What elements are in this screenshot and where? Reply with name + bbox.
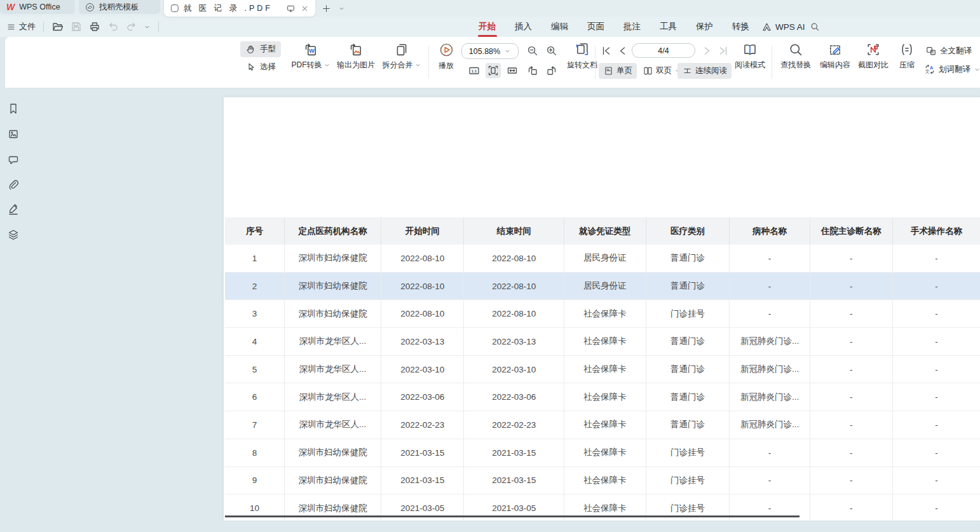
fit-width-button[interactable] (505, 63, 520, 78)
table-cell: 深圳市妇幼保健院 (285, 439, 381, 467)
table-cell: 2022-03-10 (381, 355, 464, 383)
comments-panel-icon[interactable] (7, 153, 20, 166)
menu-item-0[interactable]: 开始 (469, 17, 505, 37)
close-tab-icon[interactable] (301, 4, 309, 13)
continuous-reading-button[interactable]: 连续阅读 (677, 63, 732, 79)
table-row: 4深圳市龙华区人...2022-03-132022-03-13社会保障卡普通门诊… (225, 328, 980, 356)
table-cell: 居民身份证 (564, 245, 646, 272)
table-cell: - (892, 494, 980, 522)
select-tool-button[interactable]: 选择 (240, 59, 281, 75)
table-header-cell: 手术操作名称 (892, 217, 980, 245)
next-page-button[interactable] (699, 43, 714, 58)
menu-item-6[interactable]: 保护 (686, 17, 723, 37)
menu-search-button[interactable] (803, 17, 826, 37)
tab-label: WPS Office (19, 3, 60, 11)
menu-item-5[interactable]: 工具 (650, 17, 686, 37)
chevron-down-icon (974, 66, 980, 73)
double-page-icon (643, 65, 653, 76)
open-file-icon[interactable] (51, 20, 64, 33)
word-translate-button[interactable]: A 文 划词翻译 (924, 64, 980, 75)
plus-icon (322, 4, 331, 13)
print-icon[interactable] (88, 20, 101, 33)
table-cell: - (810, 328, 892, 356)
table-cell: 2021-03-15 (464, 439, 564, 467)
layers-panel-icon[interactable] (7, 228, 20, 241)
tab-docer-templates[interactable]: 找稻壳模板 (79, 0, 160, 14)
new-tab-button[interactable] (319, 1, 333, 15)
edit-content-button[interactable]: 编辑内容 (815, 42, 855, 71)
table-header-cell: 结束时间 (464, 217, 564, 245)
signature-panel-icon[interactable] (7, 203, 20, 215)
fit-page-button[interactable] (486, 63, 501, 78)
table-cell: 门诊挂号 (646, 494, 730, 522)
first-page-button[interactable] (599, 43, 614, 58)
table-cell: 社会保障卡 (564, 383, 646, 411)
word-translate-label: 划词翻译 (939, 64, 970, 75)
table-cell: 4 (225, 328, 285, 356)
fulltext-translate-label: 全文翻译 (940, 46, 972, 57)
zoom-level-value: 105.88% (469, 47, 500, 56)
svg-text:P: P (173, 6, 176, 11)
table-cell: 深圳市妇幼保健院 (285, 467, 381, 494)
table-cell: 深圳市妇幼保健院 (285, 272, 381, 300)
document-workspace: 序号定点医药机构名称开始时间结束时间就诊凭证类型医疗类别病种名称住院主诊断名称手… (0, 88, 980, 532)
table-cell: 居民身份证 (564, 272, 646, 300)
hand-tool-button[interactable]: 手型 (240, 41, 281, 57)
find-replace-button[interactable]: 查找替换 (775, 42, 816, 71)
zoom-in-button[interactable] (544, 43, 559, 58)
zoom-in-icon (545, 44, 558, 57)
table-row: 8深圳市妇幼保健院2021-03-152021-03-15社会保障卡门诊挂号--… (225, 439, 980, 467)
quick-access-toolbar: 文件 (6, 17, 161, 37)
tab-document[interactable]: P 就 医 记 录 .PDF (164, 0, 315, 17)
table-bottom-border (225, 515, 800, 517)
left-panel-sidebar (0, 88, 28, 532)
svg-text:文: 文 (925, 69, 930, 74)
read-mode-button[interactable]: 阅读模式 (731, 42, 769, 71)
tab-list-button[interactable] (334, 1, 348, 15)
menu-item-1[interactable]: 插入 (505, 17, 541, 37)
compress-button[interactable]: 压缩 (892, 42, 922, 71)
menu-item-2[interactable]: 编辑 (541, 17, 578, 37)
chevron-down-icon (414, 62, 421, 69)
previous-page-button[interactable] (615, 43, 630, 58)
hand-tool-label: 手型 (260, 44, 276, 55)
rotate-right-button[interactable] (544, 63, 559, 78)
zoom-out-button[interactable] (525, 43, 540, 58)
zoom-level-combobox[interactable]: 105.88% (461, 43, 519, 59)
rotate-left-button[interactable] (525, 63, 540, 78)
save-icon[interactable] (70, 20, 83, 33)
thumbnails-panel-icon[interactable] (7, 128, 20, 140)
export-image-button[interactable]: 输出为图片 (331, 42, 381, 71)
bookmarks-panel-icon[interactable] (7, 102, 20, 115)
double-page-label: 双页 (656, 65, 672, 76)
menu-item-4[interactable]: 批注 (614, 17, 650, 37)
word-translate-icon: A 文 (924, 64, 936, 75)
rotate-right-icon (545, 64, 558, 77)
fulltext-translate-button[interactable]: A 文 全文翻译 (925, 45, 972, 57)
quick-access-chevron-icon[interactable] (144, 24, 151, 31)
docer-icon (85, 3, 95, 12)
table-cell: 2022-08-10 (381, 245, 464, 272)
screenshot-compare-button[interactable]: 截图对比 (853, 42, 894, 71)
actual-size-button[interactable]: 1:1 (466, 63, 482, 78)
page-number-input[interactable] (632, 43, 695, 58)
table-cell: 2022-03-13 (381, 328, 464, 356)
menu-item-3[interactable]: 页面 (578, 17, 614, 37)
undo-icon[interactable] (107, 20, 119, 33)
split-merge-button[interactable]: 拆分合并 (379, 42, 425, 71)
pdf-convert-button[interactable]: W PDF转换 (287, 42, 335, 71)
next-page-icon (700, 44, 713, 57)
single-page-button[interactable]: 单页 (599, 63, 637, 79)
table-header-cell: 医疗类别 (646, 217, 730, 245)
share-to-screen-icon[interactable] (286, 4, 296, 13)
attachments-panel-icon[interactable] (7, 179, 20, 191)
redo-icon[interactable] (125, 20, 138, 33)
rotate-document-button[interactable]: 旋转文档 (563, 42, 601, 71)
table-cell: - (730, 245, 810, 272)
file-menu-button[interactable]: 文件 (6, 21, 36, 32)
file-menu-label: 文件 (19, 21, 36, 32)
table-cell: - (892, 272, 980, 300)
play-button[interactable]: 播放 (432, 42, 460, 71)
last-page-button[interactable] (716, 43, 731, 58)
tab-wps-office[interactable]: W WPS Office (0, 0, 75, 14)
